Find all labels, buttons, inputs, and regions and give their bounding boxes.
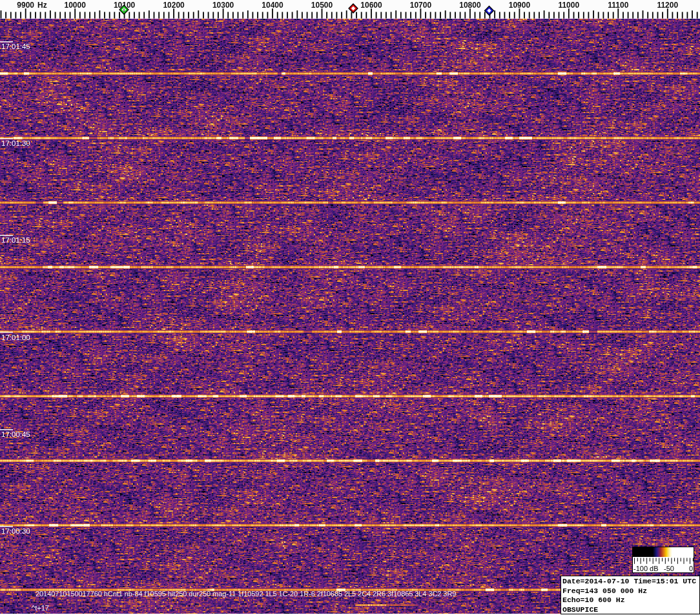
svg-text:0: 0 — [689, 565, 693, 572]
svg-text:-50: -50 — [664, 565, 674, 572]
svg-text:-100 dB: -100 dB — [633, 565, 659, 572]
